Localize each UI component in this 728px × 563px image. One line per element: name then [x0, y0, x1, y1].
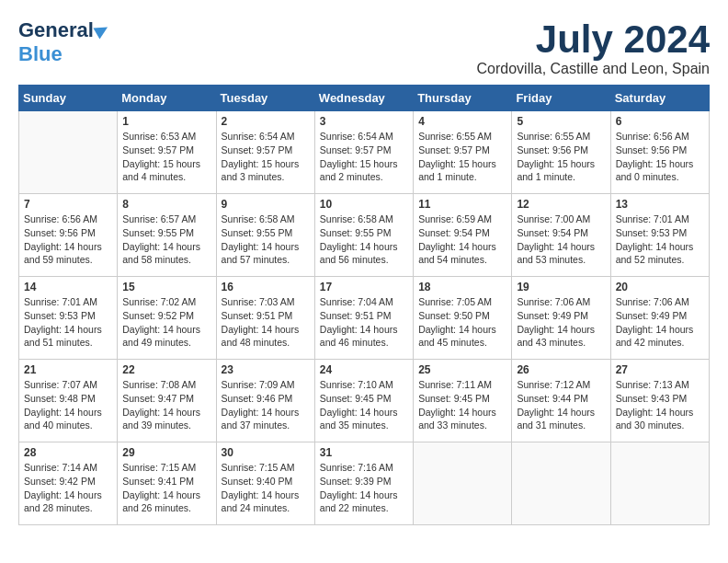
sunset-text: Sunset: 9:41 PM [122, 476, 194, 487]
daylight-text: Daylight: 14 hours and 35 minutes. [320, 407, 398, 431]
sunrise-text: Sunrise: 6:55 AM [517, 131, 590, 142]
cell-data: Sunrise: 6:58 AMSunset: 9:55 PMDaylight:… [222, 213, 310, 267]
calendar-week-row: 1Sunrise: 6:53 AMSunset: 9:57 PMDaylight… [19, 111, 710, 194]
sunset-text: Sunset: 9:49 PM [616, 310, 688, 321]
cell-data: Sunrise: 7:14 AMSunset: 9:42 PMDaylight:… [24, 461, 112, 515]
cell-data: Sunrise: 6:54 AMSunset: 9:57 PMDaylight:… [320, 130, 408, 184]
day-number: 31 [320, 446, 408, 459]
sunset-text: Sunset: 9:46 PM [222, 393, 293, 404]
sunset-text: Sunset: 9:52 PM [122, 310, 194, 321]
cell-data: Sunrise: 6:53 AMSunset: 9:57 PMDaylight:… [122, 130, 210, 184]
calendar-cell: 9Sunrise: 6:58 AMSunset: 9:55 PMDaylight… [216, 194, 314, 277]
daylight-text: Daylight: 14 hours and 49 minutes. [122, 324, 200, 349]
day-number: 5 [517, 115, 605, 128]
sunrise-text: Sunrise: 7:06 AM [517, 296, 590, 307]
sunset-text: Sunset: 9:39 PM [320, 476, 392, 487]
sunrise-text: Sunrise: 6:56 AM [616, 131, 689, 142]
sunrise-text: Sunrise: 7:07 AM [24, 379, 97, 390]
calendar-cell [414, 442, 512, 525]
daylight-text: Daylight: 14 hours and 45 minutes. [418, 324, 496, 349]
day-number: 26 [517, 363, 605, 376]
sunset-text: Sunset: 9:49 PM [517, 310, 588, 321]
cell-data: Sunrise: 6:56 AMSunset: 9:56 PMDaylight:… [616, 130, 704, 184]
calendar-cell: 20Sunrise: 7:06 AMSunset: 9:49 PMDayligh… [610, 277, 709, 360]
cell-data: Sunrise: 6:56 AMSunset: 9:56 PMDaylight:… [24, 213, 112, 267]
sunset-text: Sunset: 9:55 PM [222, 227, 293, 238]
sunrise-text: Sunrise: 7:03 AM [222, 296, 295, 307]
day-number: 27 [616, 363, 704, 376]
calendar-cell: 24Sunrise: 7:10 AMSunset: 9:45 PMDayligh… [314, 360, 413, 442]
sunrise-text: Sunrise: 6:54 AM [222, 131, 295, 142]
daylight-text: Daylight: 14 hours and 56 minutes. [320, 241, 398, 266]
sunset-text: Sunset: 9:53 PM [616, 227, 688, 238]
sunset-text: Sunset: 9:54 PM [418, 227, 490, 238]
cell-data: Sunrise: 7:15 AMSunset: 9:40 PMDaylight:… [222, 461, 310, 515]
cell-data: Sunrise: 7:02 AMSunset: 9:52 PMDaylight:… [122, 295, 210, 350]
cell-data: Sunrise: 7:11 AMSunset: 9:45 PMDaylight:… [418, 378, 506, 432]
sunset-text: Sunset: 9:55 PM [122, 227, 194, 238]
daylight-text: Daylight: 14 hours and 42 minutes. [616, 324, 694, 349]
weekday-header: Wednesday [314, 86, 413, 111]
sunset-text: Sunset: 9:51 PM [222, 310, 293, 321]
sunrise-text: Sunrise: 7:15 AM [222, 462, 295, 473]
calendar-cell: 3Sunrise: 6:54 AMSunset: 9:57 PMDaylight… [314, 111, 413, 194]
daylight-text: Daylight: 14 hours and 24 minutes. [222, 489, 300, 514]
cell-data: Sunrise: 7:05 AMSunset: 9:50 PMDaylight:… [418, 295, 506, 350]
sunset-text: Sunset: 9:43 PM [616, 393, 688, 404]
sunrise-text: Sunrise: 6:58 AM [222, 213, 295, 224]
sunrise-text: Sunrise: 7:15 AM [122, 462, 196, 473]
calendar-cell: 19Sunrise: 7:06 AMSunset: 9:49 PMDayligh… [512, 277, 610, 360]
sunrise-text: Sunrise: 7:06 AM [616, 296, 689, 307]
daylight-text: Daylight: 15 hours and 2 minutes. [320, 158, 398, 183]
calendar-cell: 22Sunrise: 7:08 AMSunset: 9:47 PMDayligh… [118, 360, 216, 442]
logo: General Blue [18, 18, 108, 66]
cell-data: Sunrise: 7:12 AMSunset: 9:44 PMDaylight:… [517, 378, 605, 432]
day-number: 20 [616, 281, 704, 293]
calendar-cell: 21Sunrise: 7:07 AMSunset: 9:48 PMDayligh… [19, 360, 118, 442]
sunrise-text: Sunrise: 6:54 AM [320, 131, 393, 142]
daylight-text: Daylight: 14 hours and 30 minutes. [616, 407, 694, 431]
day-number: 6 [616, 115, 704, 128]
sunset-text: Sunset: 9:55 PM [320, 227, 392, 238]
day-number: 16 [222, 281, 310, 293]
cell-data: Sunrise: 7:03 AMSunset: 9:51 PMDaylight:… [222, 295, 310, 350]
sunset-text: Sunset: 9:56 PM [517, 144, 588, 155]
calendar-header-row: SundayMondayTuesdayWednesdayThursdayFrid… [19, 86, 710, 111]
sunrise-text: Sunrise: 6:58 AM [320, 213, 393, 224]
day-number: 2 [222, 115, 310, 128]
calendar-cell: 27Sunrise: 7:13 AMSunset: 9:43 PMDayligh… [610, 360, 709, 442]
day-number: 1 [122, 115, 210, 128]
calendar-cell: 25Sunrise: 7:11 AMSunset: 9:45 PMDayligh… [414, 360, 512, 442]
calendar-cell [19, 111, 118, 194]
daylight-text: Daylight: 14 hours and 31 minutes. [517, 407, 595, 431]
sunrise-text: Sunrise: 6:59 AM [418, 213, 492, 224]
calendar-table: SundayMondayTuesdayWednesdayThursdayFrid… [18, 85, 710, 525]
daylight-text: Daylight: 14 hours and 26 minutes. [122, 489, 200, 514]
day-number: 19 [517, 281, 605, 293]
daylight-text: Daylight: 15 hours and 3 minutes. [222, 158, 300, 183]
weekday-header: Thursday [414, 86, 512, 111]
logo-arrow-icon [93, 21, 110, 39]
cell-data: Sunrise: 7:08 AMSunset: 9:47 PMDaylight:… [122, 378, 210, 432]
sunrise-text: Sunrise: 7:13 AM [616, 379, 689, 390]
title-section: July 2024 Cordovilla, Castille and Leon,… [477, 18, 710, 77]
cell-data: Sunrise: 7:15 AMSunset: 9:41 PMDaylight:… [122, 461, 210, 515]
daylight-text: Daylight: 15 hours and 0 minutes. [616, 158, 694, 183]
calendar-cell: 10Sunrise: 6:58 AMSunset: 9:55 PMDayligh… [314, 194, 413, 277]
day-number: 29 [122, 446, 210, 459]
calendar-cell: 6Sunrise: 6:56 AMSunset: 9:56 PMDaylight… [610, 111, 709, 194]
weekday-header: Sunday [19, 86, 118, 111]
sunset-text: Sunset: 9:57 PM [122, 144, 194, 155]
day-number: 8 [122, 198, 210, 211]
day-number: 3 [320, 115, 408, 128]
daylight-text: Daylight: 14 hours and 40 minutes. [24, 407, 102, 431]
sunset-text: Sunset: 9:44 PM [517, 393, 588, 404]
sunrise-text: Sunrise: 6:57 AM [122, 213, 196, 224]
calendar-cell: 11Sunrise: 6:59 AMSunset: 9:54 PMDayligh… [414, 194, 512, 277]
sunset-text: Sunset: 9:53 PM [24, 310, 96, 321]
daylight-text: Daylight: 14 hours and 58 minutes. [122, 241, 200, 266]
day-number: 23 [222, 363, 310, 376]
daylight-text: Daylight: 14 hours and 52 minutes. [616, 241, 694, 266]
cell-data: Sunrise: 7:07 AMSunset: 9:48 PMDaylight:… [24, 378, 112, 432]
day-number: 4 [418, 115, 506, 128]
